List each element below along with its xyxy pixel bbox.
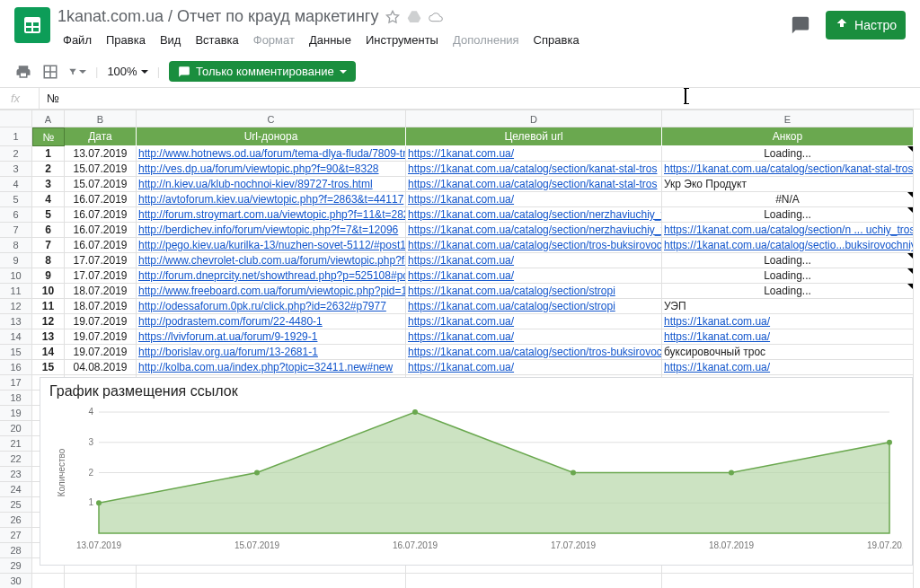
cell-anchor[interactable]: Укр Эко Продукт bbox=[662, 177, 914, 192]
col-header-D[interactable]: D bbox=[406, 110, 662, 127]
cell-date[interactable]: 04.08.2019 bbox=[65, 360, 137, 375]
select-all-corner[interactable] bbox=[0, 110, 32, 127]
cell-donor[interactable]: http://kolba.com.ua/index.php?topic=3241… bbox=[137, 360, 406, 375]
cell-anchor[interactable]: Loading... bbox=[662, 284, 914, 299]
cell-num[interactable]: 2 bbox=[32, 162, 65, 177]
cell-anchor[interactable]: https://1kanat.com.ua/ bbox=[662, 360, 914, 375]
zoom-select[interactable]: 100% bbox=[107, 65, 147, 78]
chart[interactable]: График размещения ссылок 1234Количество1… bbox=[40, 377, 913, 566]
cell-donor[interactable]: http://odessaforum.0pk.ru/click.php?id=2… bbox=[137, 299, 406, 314]
row-header[interactable]: 3 bbox=[0, 162, 32, 177]
cell-date[interactable]: 16.07.2019 bbox=[65, 192, 137, 207]
row-header[interactable]: 1 bbox=[0, 127, 32, 146]
row-header[interactable]: 28 bbox=[0, 543, 32, 558]
cell-anchor[interactable]: https://1kanat.com.ua/ bbox=[662, 314, 914, 329]
cell-donor[interactable]: http://avtoforum.kiev.ua/viewtopic.php?f… bbox=[137, 192, 406, 207]
cell-num[interactable]: 6 bbox=[32, 223, 65, 238]
cell[interactable] bbox=[406, 574, 662, 588]
cell-target[interactable]: https://1kanat.com.ua/catalog/section/ne… bbox=[406, 223, 662, 238]
row-header[interactable]: 13 bbox=[0, 314, 32, 329]
cell-date[interactable]: 17.07.2019 bbox=[65, 253, 137, 268]
cell-donor[interactable]: http://borislav.org.ua/forum/13-2681-1 bbox=[137, 345, 406, 360]
cell-num[interactable]: 1 bbox=[32, 146, 65, 162]
row-header[interactable]: 17 bbox=[0, 375, 32, 391]
cell-num[interactable]: 13 bbox=[32, 329, 65, 345]
cell-anchor[interactable]: буксировочный трос bbox=[662, 345, 914, 360]
row-header[interactable]: 27 bbox=[0, 528, 32, 543]
row-header[interactable]: 23 bbox=[0, 467, 32, 482]
cloud-icon[interactable] bbox=[429, 10, 443, 24]
row-header[interactable]: 12 bbox=[0, 299, 32, 314]
cell-target[interactable]: https://1kanat.com.ua/ bbox=[406, 253, 662, 268]
cell-target[interactable]: https://1kanat.com.ua/catalog/section/ka… bbox=[406, 177, 662, 192]
cell-anchor[interactable]: #N/A bbox=[662, 192, 914, 207]
border-icon[interactable] bbox=[41, 63, 59, 81]
cell-num[interactable]: 9 bbox=[32, 268, 65, 284]
row-header[interactable]: 21 bbox=[0, 436, 32, 452]
row-header[interactable]: 26 bbox=[0, 513, 32, 528]
row-header[interactable]: 25 bbox=[0, 497, 32, 513]
menu-help[interactable]: Справка bbox=[528, 30, 585, 50]
menu-file[interactable]: Файл bbox=[58, 30, 97, 50]
cell-target[interactable]: https://1kanat.com.ua/ bbox=[406, 146, 662, 162]
cell-target[interactable]: https://1kanat.com.ua/catalog/section/tr… bbox=[406, 238, 662, 253]
menu-view[interactable]: Вид bbox=[155, 30, 187, 50]
cell-date[interactable]: 18.07.2019 bbox=[65, 284, 137, 299]
cell-date[interactable]: 13.07.2019 bbox=[65, 146, 137, 162]
comment-history-icon[interactable] bbox=[786, 11, 815, 39]
cell-num[interactable]: 15 bbox=[32, 360, 65, 375]
cell-anchor[interactable]: Loading... bbox=[662, 207, 914, 223]
row-header[interactable]: 9 bbox=[0, 253, 32, 268]
cell-date[interactable]: 19.07.2019 bbox=[65, 329, 137, 345]
cell-target[interactable]: https://1kanat.com.ua/ bbox=[406, 329, 662, 345]
cell-num[interactable]: 4 bbox=[32, 192, 65, 207]
row-header[interactable]: 2 bbox=[0, 146, 32, 162]
cell-date[interactable]: 19.07.2019 bbox=[65, 314, 137, 329]
cell-date[interactable]: 16.07.2019 bbox=[65, 223, 137, 238]
drive-icon[interactable] bbox=[407, 10, 421, 24]
menu-insert[interactable]: Вставка bbox=[190, 30, 243, 50]
cell-num[interactable]: 3 bbox=[32, 177, 65, 192]
cell-target[interactable]: https://1kanat.com.ua/ bbox=[406, 314, 662, 329]
col-header-E[interactable]: E bbox=[662, 110, 914, 127]
row-header[interactable]: 16 bbox=[0, 360, 32, 375]
menu-format[interactable]: Формат bbox=[248, 30, 300, 50]
cell-donor[interactable]: http://forum.dneprcity.net/showthread.ph… bbox=[137, 268, 406, 284]
row-header[interactable]: 18 bbox=[0, 391, 32, 406]
row-header[interactable]: 30 bbox=[0, 574, 32, 588]
cell-num[interactable]: 14 bbox=[32, 345, 65, 360]
cell-date[interactable]: 18.07.2019 bbox=[65, 299, 137, 314]
row-header[interactable]: 6 bbox=[0, 207, 32, 223]
cell-target[interactable]: https://1kanat.com.ua/ bbox=[406, 192, 662, 207]
share-button[interactable]: Настро bbox=[826, 11, 906, 39]
cell-num[interactable]: 10 bbox=[32, 284, 65, 299]
cell-donor[interactable]: http://podrastem.com/forum/22-4480-1 bbox=[137, 314, 406, 329]
col-header-C[interactable]: C bbox=[137, 110, 406, 127]
cell-date[interactable]: 16.07.2019 bbox=[65, 207, 137, 223]
cell-anchor[interactable]: Loading... bbox=[662, 146, 914, 162]
row-header[interactable]: 8 bbox=[0, 238, 32, 253]
row-header[interactable]: 24 bbox=[0, 482, 32, 497]
header-date[interactable]: Дата bbox=[65, 127, 137, 146]
cell-num[interactable]: 8 bbox=[32, 253, 65, 268]
col-header-A[interactable]: A bbox=[32, 110, 65, 127]
cell-anchor[interactable]: Loading... bbox=[662, 253, 914, 268]
cell-donor[interactable]: http://pego.kiev.ua/kurilka-13/nuzhen-so… bbox=[137, 238, 406, 253]
cell-donor[interactable]: http://www.hotnews.od.ua/forum/tema-dlya… bbox=[137, 146, 406, 162]
row-header[interactable]: 22 bbox=[0, 452, 32, 467]
col-header-B[interactable]: B bbox=[65, 110, 137, 127]
cell-anchor[interactable]: https://1kanat.com.ua/catalog/section/ka… bbox=[662, 162, 914, 177]
header-num[interactable]: № bbox=[32, 127, 65, 146]
star-icon[interactable] bbox=[385, 10, 400, 24]
cell[interactable] bbox=[662, 574, 914, 588]
cell-num[interactable]: 5 bbox=[32, 207, 65, 223]
formula-bar[interactable]: № bbox=[40, 92, 920, 105]
cell-anchor[interactable]: https://1kanat.com.ua/catalog/sectio...b… bbox=[662, 238, 914, 253]
cell-num[interactable]: 7 bbox=[32, 238, 65, 253]
cell-target[interactable]: https://1kanat.com.ua/catalog/section/ne… bbox=[406, 207, 662, 223]
print-icon[interactable] bbox=[14, 63, 32, 81]
cell-date[interactable]: 15.07.2019 bbox=[65, 162, 137, 177]
cell[interactable] bbox=[65, 574, 137, 588]
cell[interactable] bbox=[137, 574, 406, 588]
row-header[interactable]: 4 bbox=[0, 177, 32, 192]
